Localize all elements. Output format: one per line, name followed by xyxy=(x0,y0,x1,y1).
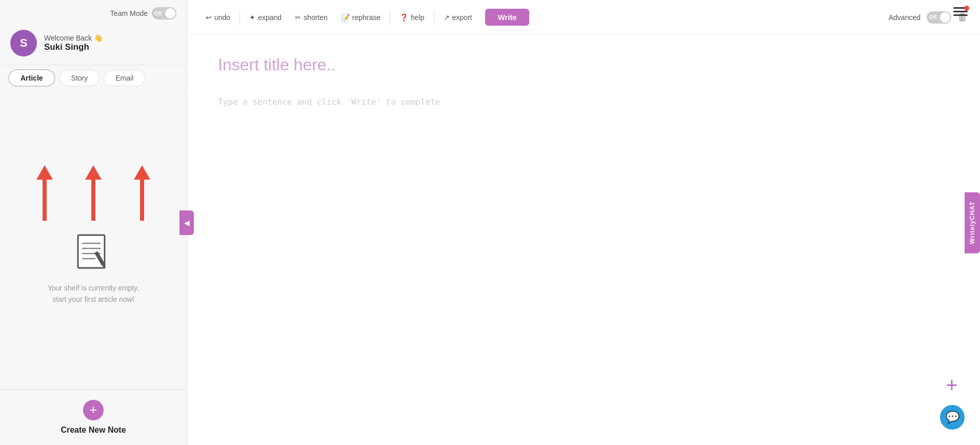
writely-chat-tab[interactable]: WritelyCHAT xyxy=(965,192,980,253)
toggle-knob xyxy=(165,8,175,18)
team-mode-bar: Team Mode Off xyxy=(0,0,187,25)
avatar: S xyxy=(10,30,37,56)
user-name: Suki Singh xyxy=(44,42,103,52)
undo-button[interactable]: ↩ undo xyxy=(199,10,236,25)
chevron-left-icon: ◀ xyxy=(184,219,190,227)
chat-icon: 💬 xyxy=(946,411,959,424)
user-info: Welcome Back 👋 Suki Singh xyxy=(44,34,103,52)
create-note-section[interactable]: + Create New Note xyxy=(0,389,187,445)
expand-button[interactable]: ✦ expand xyxy=(243,10,288,25)
arrow-head-right xyxy=(134,165,150,180)
write-button[interactable]: Write xyxy=(485,9,529,26)
plus-icon-main: + xyxy=(946,375,957,395)
export-icon: ↗ xyxy=(444,13,450,22)
hamburger-menu[interactable] xyxy=(953,7,968,16)
help-icon: ❓ xyxy=(399,13,408,22)
advanced-label: Advanced xyxy=(889,13,921,22)
expand-icon: ✦ xyxy=(249,13,255,22)
body-input[interactable] xyxy=(218,95,949,249)
sidebar-collapse-handle[interactable]: ◀ xyxy=(179,210,194,235)
user-section: S Welcome Back 👋 Suki Singh xyxy=(0,25,187,65)
floating-plus-button[interactable]: + xyxy=(939,372,965,398)
help-label: help xyxy=(411,13,424,22)
arrow-left xyxy=(36,165,53,221)
advanced-toggle-knob xyxy=(940,12,950,23)
help-button[interactable]: ❓ help xyxy=(393,10,430,25)
advanced-toggle-label: Off xyxy=(929,14,936,20)
export-button[interactable]: ↗ export xyxy=(437,10,478,25)
arrows-container xyxy=(10,165,176,221)
arrow-head-left xyxy=(36,165,53,180)
empty-shelf-text: Your shelf is currently empty, start you… xyxy=(48,282,139,305)
create-note-label: Create New Note xyxy=(61,425,126,435)
tab-article[interactable]: Article xyxy=(8,69,55,87)
note-icon-container xyxy=(73,231,114,272)
arrow-right xyxy=(134,165,150,221)
expand-label: expand xyxy=(258,13,282,22)
arrow-shaft-right xyxy=(140,180,144,221)
arrow-shaft-left xyxy=(43,180,47,221)
title-input[interactable] xyxy=(218,55,949,74)
hamburger-line-2 xyxy=(953,11,968,12)
tab-story[interactable]: Story xyxy=(59,70,100,86)
shorten-button[interactable]: ✂ shorten xyxy=(289,10,334,25)
shorten-label: shorten xyxy=(304,13,328,22)
bottom-right-area: + 💬 xyxy=(939,372,965,430)
empty-shelf-line2: start your first article now! xyxy=(52,295,134,303)
create-note-button[interactable]: + xyxy=(83,400,104,420)
rephrase-button[interactable]: 📝 rephrase xyxy=(335,10,387,25)
divider-1 xyxy=(239,10,240,25)
shelf-content: Your shelf is currently empty, start you… xyxy=(0,91,187,389)
note-icon xyxy=(73,231,114,272)
notification-dot xyxy=(964,6,969,11)
editor-area xyxy=(187,35,980,445)
main-area: ↩ undo ✦ expand ✂ shorten 📝 rephrase ❓ h… xyxy=(187,0,980,445)
plus-icon-sidebar: + xyxy=(89,403,97,416)
toggle-off-label: Off xyxy=(154,11,162,16)
team-mode-label: Team Mode xyxy=(110,9,148,17)
divider-2 xyxy=(390,10,390,25)
welcome-text: Welcome Back 👋 xyxy=(44,34,103,42)
sidebar: Team Mode Off S Welcome Back 👋 Suki Sing… xyxy=(0,0,187,445)
hamburger-line-3 xyxy=(953,14,968,16)
tabs-section: Article Story Email xyxy=(0,65,187,91)
rephrase-icon: 📝 xyxy=(341,13,350,22)
rephrase-label: rephrase xyxy=(352,13,381,22)
shorten-icon: ✂ xyxy=(295,13,301,22)
top-bar: ↩ undo ✦ expand ✂ shorten 📝 rephrase ❓ h… xyxy=(187,0,980,35)
arrow-center xyxy=(85,165,102,221)
toolbar-left: ↩ undo ✦ expand ✂ shorten 📝 rephrase ❓ h… xyxy=(199,9,529,26)
arrow-head-center xyxy=(85,165,102,180)
export-label: export xyxy=(452,13,472,22)
undo-icon: ↩ xyxy=(206,13,212,22)
advanced-toggle[interactable]: Off xyxy=(927,11,951,24)
team-mode-toggle[interactable]: Off xyxy=(152,7,176,20)
tab-email[interactable]: Email xyxy=(104,70,145,86)
empty-shelf-line1: Your shelf is currently empty, xyxy=(48,284,139,292)
chat-button[interactable]: 💬 xyxy=(940,405,965,430)
divider-3 xyxy=(434,10,434,25)
undo-label: undo xyxy=(214,13,230,22)
arrow-shaft-center xyxy=(91,180,95,221)
